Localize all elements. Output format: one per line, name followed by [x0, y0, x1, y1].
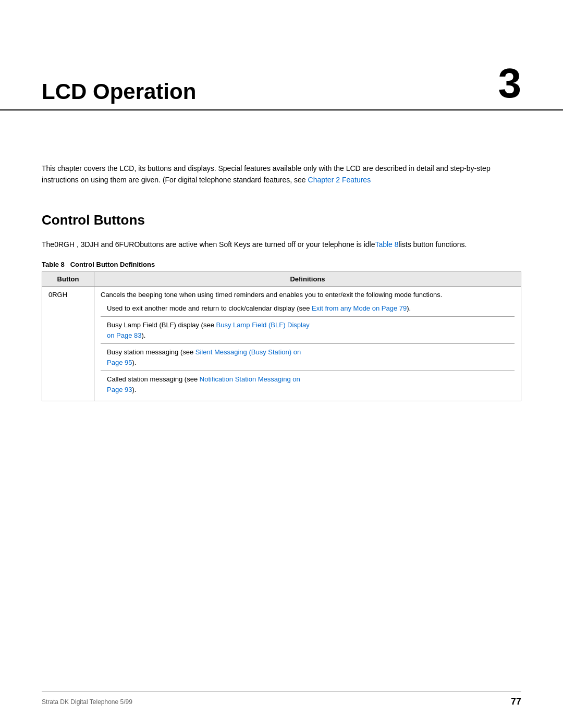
- exit-mode-link[interactable]: Exit from any Mode on Page 79: [312, 304, 407, 312]
- table-header-row: Button Definitions: [42, 272, 521, 287]
- sub-row-4: Called station messaging (see Notificati…: [101, 371, 515, 398]
- table-caption: Table 8 Control Button Definitions: [42, 261, 521, 268]
- sub-cell-4: Called station messaging (see Notificati…: [101, 371, 515, 398]
- sub1-text-start: Used to exit another mode and return to …: [107, 304, 312, 312]
- chapter2-link[interactable]: Chapter 2 Features: [308, 176, 371, 184]
- mode-buttons: 0RGH , 3DJH and 6FURO: [54, 240, 140, 249]
- definition-cell: Cancels the beeping tone when using time…: [94, 287, 521, 401]
- desc-mid: buttons are active when Soft Keys are tu…: [140, 240, 375, 249]
- sub-row-1: Used to exit another mode and return to …: [101, 300, 515, 317]
- sub-row-2: Busy Lamp Field (BLF) display (see Busy …: [101, 317, 515, 344]
- button-label: 0RGH: [48, 291, 67, 299]
- page-footer: Strata DK Digital Telephone 5/99 77: [42, 692, 521, 707]
- desc-end: lists button functions.: [399, 240, 467, 249]
- main-content: This chapter covers the LCD, its buttons…: [0, 163, 563, 401]
- sub3-text-end: ).: [132, 359, 136, 366]
- control-buttons-table: Button Definitions 0RGH Cancels the beep…: [42, 272, 521, 401]
- control-buttons-section: Control Buttons The0RGH , 3DJH and 6FURO…: [42, 212, 521, 401]
- table-caption-text: Control Button Definitions: [70, 261, 155, 268]
- chapter-number: 3: [498, 63, 522, 104]
- sub3-text-start: Busy station messaging (see: [107, 348, 195, 356]
- intro-text-start: This chapter covers the LCD, its buttons…: [42, 164, 491, 184]
- desc-start: The: [42, 240, 54, 249]
- page: LCD Operation 3 This chapter covers the …: [0, 0, 563, 728]
- intro-section: This chapter covers the LCD, its buttons…: [42, 163, 521, 186]
- sub-cell-1: Used to exit another mode and return to …: [101, 300, 515, 317]
- footer-page-number: 77: [511, 696, 521, 707]
- col-button-header: Button: [42, 272, 94, 287]
- section-description: The0RGH , 3DJH and 6FURObuttons are acti…: [42, 239, 521, 250]
- footer-left-text: Strata DK Digital Telephone 5/99: [42, 698, 132, 706]
- sub2-text-end: ).: [142, 331, 146, 339]
- chapter-header: LCD Operation 3: [0, 0, 563, 110]
- button-cell: 0RGH: [42, 287, 94, 401]
- sub2-text-start: Busy Lamp Field (BLF) display (see: [107, 321, 216, 329]
- intro-paragraph: This chapter covers the LCD, its buttons…: [42, 163, 521, 186]
- table-caption-num: Table 8: [42, 261, 65, 268]
- chapter-title: LCD Operation: [42, 79, 196, 104]
- table-ref-link[interactable]: Table 8: [375, 240, 398, 249]
- sub1-text-end: ).: [407, 304, 411, 312]
- sub-cell-3: Busy station messaging (see Silent Messa…: [101, 344, 515, 371]
- table-row: 0RGH Cancels the beeping tone when using…: [42, 287, 521, 401]
- section-title: Control Buttons: [42, 212, 521, 228]
- sub-cell-2: Busy Lamp Field (BLF) display (see Busy …: [101, 317, 515, 344]
- main-definition: Cancels the beeping tone when using time…: [101, 290, 515, 300]
- col-definition-header: Definitions: [94, 272, 521, 287]
- sub4-text-start: Called station messaging (see: [107, 375, 200, 383]
- sub-row-3: Busy station messaging (see Silent Messa…: [101, 344, 515, 371]
- sub4-text-end: ).: [132, 386, 136, 393]
- nested-definitions: Used to exit another mode and return to …: [101, 300, 515, 398]
